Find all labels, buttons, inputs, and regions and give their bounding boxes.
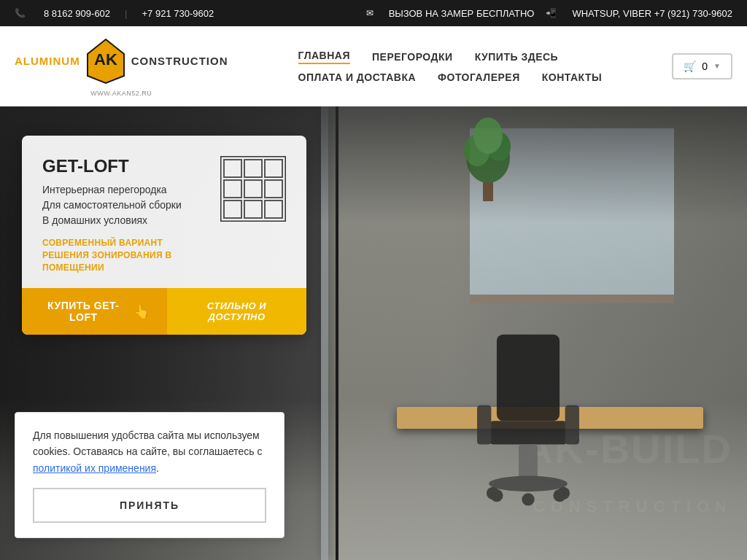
promo-button-row: КУПИТЬ GET-LOFT 👆 СТИЛЬНО И ДОСТУПНО bbox=[22, 288, 306, 335]
buy-get-loft-button[interactable]: КУПИТЬ GET-LOFT 👆 bbox=[22, 288, 167, 335]
cart-icon: 🛒 bbox=[684, 61, 696, 72]
navigation: ГЛАВНАЯ ПЕРЕГОРОДКИ КУПИТЬ ЗДЕСЬ ОПЛАТА … bbox=[298, 50, 603, 83]
nav-row-2: ОПЛАТА И ДОСТАВКА ФОТОГАЛЕРЕЯ КОНТАКТЫ bbox=[298, 71, 603, 83]
logo-subtitle: WWW.AKAN52.RU bbox=[90, 90, 152, 97]
svg-point-12 bbox=[553, 489, 565, 502]
mail-icon: ✉ bbox=[366, 8, 374, 18]
nav-payment[interactable]: ОПЛАТА И ДОСТАВКА bbox=[298, 71, 416, 83]
cart-button[interactable]: 🛒 0 ▼ bbox=[672, 53, 732, 79]
cart-count: 0 bbox=[702, 61, 708, 72]
svg-rect-26 bbox=[265, 201, 282, 218]
top-bar-right: ✉ ВЫЗОВ НА ЗАМЕР БЕСПЛАТНО 📲 WHATSUP, VI… bbox=[366, 8, 732, 19]
nav-buy[interactable]: КУПИТЬ ЗДЕСЬ bbox=[475, 51, 559, 63]
svg-rect-22 bbox=[244, 180, 262, 198]
cookie-policy-link[interactable]: политикой их применения bbox=[33, 462, 156, 474]
cookie-accept-button[interactable]: ПРИНЯТЬ bbox=[33, 488, 266, 523]
hero-section: AK-BUILD CONSTRUCTION GET-LOFT Ин bbox=[0, 106, 747, 560]
header: ALUMINUM AK CONSTRUCTION WWW.AKAN52.RU Г… bbox=[0, 26, 747, 106]
hero-partition-frame bbox=[336, 106, 338, 560]
buy-label: КУПИТЬ GET-LOFT bbox=[39, 300, 128, 323]
hand-cursor-icon: 👆 bbox=[133, 303, 150, 319]
svg-rect-5 bbox=[565, 405, 579, 445]
svg-rect-20 bbox=[265, 160, 282, 177]
svg-rect-24 bbox=[224, 201, 241, 218]
logo[interactable]: ALUMINUM AK CONSTRUCTION WWW.AKAN52.RU bbox=[15, 36, 228, 97]
promo-sub-line1: СОВРЕМЕННЫЙ ВАРИАНТ bbox=[42, 238, 163, 248]
nav-home[interactable]: ГЛАВНАЯ bbox=[298, 50, 350, 64]
office-chair-image bbox=[470, 327, 587, 531]
svg-rect-25 bbox=[244, 201, 262, 218]
whatsapp-icon: 📲 bbox=[546, 8, 557, 18]
cookie-banner: Для повышения удобства сайта мы использу… bbox=[15, 412, 285, 538]
style-accessible-button[interactable]: СТИЛЬНО И ДОСТУПНО bbox=[167, 288, 306, 335]
promo-title: GET-LOFT bbox=[42, 156, 209, 176]
nav-contacts[interactable]: КОНТАКТЫ bbox=[542, 71, 602, 83]
phone2[interactable]: +7 921 730-9602 bbox=[142, 8, 214, 19]
cookie-text-main: Для повышения удобства сайта мы использу… bbox=[33, 429, 263, 457]
chevron-down-icon: ▼ bbox=[713, 62, 721, 70]
grid-partition-icon bbox=[220, 156, 286, 222]
nav-gallery[interactable]: ФОТОГАЛЕРЕЯ bbox=[438, 71, 520, 83]
promo-card-inner: GET-LOFT Интерьерная перегородка Для сам… bbox=[42, 156, 286, 273]
messenger-text[interactable]: WHATSUP, VIBER +7 (921) 730-9602 bbox=[572, 8, 732, 19]
nav-row-1: ГЛАВНАЯ ПЕРЕГОРОДКИ КУПИТЬ ЗДЕСЬ bbox=[298, 50, 559, 64]
svg-rect-4 bbox=[477, 405, 491, 445]
svg-point-7 bbox=[489, 476, 568, 492]
svg-rect-2 bbox=[497, 335, 560, 421]
promo-line1: Интерьерная перегородка bbox=[42, 182, 209, 198]
phone-icon: 📞 bbox=[15, 8, 26, 18]
phone1[interactable]: 8 8162 909-602 bbox=[44, 8, 110, 19]
svg-rect-19 bbox=[244, 160, 262, 177]
svg-rect-23 bbox=[265, 180, 282, 198]
svg-rect-18 bbox=[224, 160, 241, 177]
style-label: СТИЛЬНО И ДОСТУПНО bbox=[207, 300, 266, 322]
promo-line3: В домашних условиях bbox=[42, 213, 209, 228]
logo-construction: CONSTRUCTION bbox=[131, 55, 228, 66]
logo-aluminum: ALUMINUM bbox=[15, 55, 80, 66]
svg-rect-3 bbox=[489, 421, 568, 444]
top-bar: 📞 8 8162 909-602 | +7 921 730-9602 ✉ ВЫЗ… bbox=[0, 0, 747, 26]
cta-text[interactable]: ВЫЗОВ НА ЗАМЕР БЕСПЛАТНО bbox=[389, 8, 535, 19]
brand-label: GET-LOFT bbox=[69, 300, 119, 323]
top-bar-contacts: 📞 8 8162 909-602 | +7 921 730-9602 bbox=[15, 8, 214, 19]
svg-text:AK: AK bbox=[94, 50, 117, 69]
promo-text: GET-LOFT Интерьерная перегородка Для сам… bbox=[42, 156, 209, 273]
promo-sub-line2: РЕШЕНИЯ ЗОНИРОВАНИЯ В ПОМЕЩЕНИИ bbox=[42, 250, 171, 273]
svg-point-10 bbox=[522, 493, 534, 505]
promo-card: GET-LOFT Интерьерная перегородка Для сам… bbox=[22, 136, 306, 335]
plant-decoration bbox=[462, 114, 514, 201]
cookie-text-end: . bbox=[156, 462, 159, 474]
hero-glass-partition bbox=[321, 106, 328, 560]
promo-line2: Для самостоятельной сборки bbox=[42, 198, 209, 213]
svg-point-17 bbox=[473, 117, 503, 154]
svg-rect-21 bbox=[224, 180, 241, 198]
svg-point-11 bbox=[490, 489, 503, 502]
cookie-text: Для повышения удобства сайта мы использу… bbox=[33, 427, 266, 476]
nav-partitions[interactable]: ПЕРЕГОРОДКИ bbox=[372, 51, 453, 63]
logo-icon: AK bbox=[80, 36, 131, 87]
